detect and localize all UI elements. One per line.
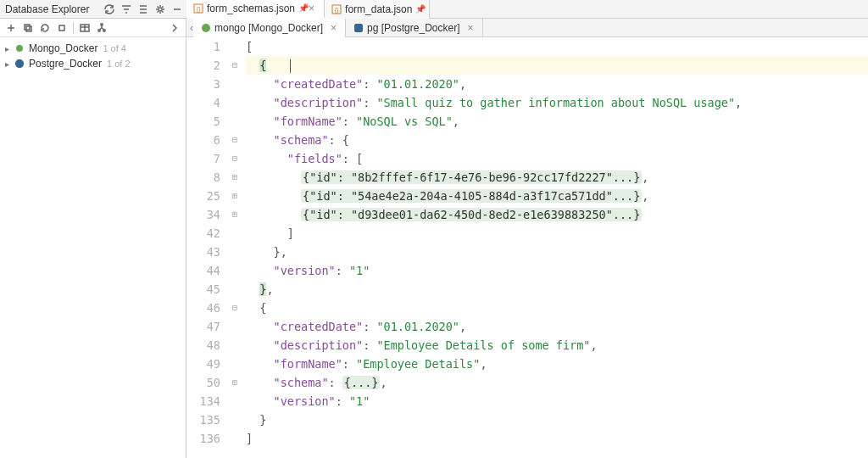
line-number: 43 <box>186 243 220 261</box>
json-file-icon: {} <box>331 4 342 14</box>
line-number: 8 <box>186 168 220 187</box>
line-number: 2 <box>186 56 220 75</box>
add-icon[interactable] <box>5 22 17 34</box>
code-line[interactable]: ] <box>246 224 868 243</box>
code-line[interactable]: { <box>246 299 868 317</box>
line-number: 50 <box>186 373 220 392</box>
code-line[interactable]: }, <box>246 243 868 261</box>
file-tab[interactable]: {}form_data.json📌 <box>325 0 430 19</box>
file-tab-bar: {}form_schemas.json📌×{}form_data.json📌 <box>186 0 430 19</box>
line-number: 44 <box>186 261 220 280</box>
db-tree-node[interactable]: ▸Postgre_Docker1 of 2 <box>0 56 186 71</box>
code-line[interactable]: {"id": "d93dee01-da62-450d-8ed2-e1e63988… <box>246 205 868 224</box>
fold-none <box>229 112 241 131</box>
fold-none <box>229 392 241 411</box>
separator <box>73 22 74 34</box>
code-line[interactable]: "description": "Employee Details of some… <box>246 336 868 355</box>
editor-pane: ‹ mongo [Mongo_Docker]×pg [Postgre_Docke… <box>186 19 868 458</box>
code-line[interactable]: ] <box>246 429 868 448</box>
database-explorer-panel: ▸Mongo_Docker1 of 4▸Postgre_Docker1 of 2 <box>0 19 186 458</box>
file-tab[interactable]: {}form_schemas.json📌× <box>186 0 325 19</box>
code-line[interactable]: } <box>246 411 868 429</box>
line-number: 6 <box>186 131 220 149</box>
code-line[interactable]: "version": "1" <box>246 261 868 280</box>
line-number: 42 <box>186 224 220 243</box>
fold-none <box>229 37 241 56</box>
code-body[interactable]: [ { "createdDate": "01.01.2020", "descri… <box>241 37 868 458</box>
fold-collapse-icon[interactable]: ⊟ <box>229 131 241 149</box>
line-number: 5 <box>186 112 220 131</box>
fold-none <box>229 243 241 261</box>
code-line[interactable]: "fields": [ <box>246 149 868 168</box>
copy-icon[interactable] <box>22 22 34 34</box>
svg-text:{}: {} <box>197 6 201 13</box>
fold-none <box>229 93 241 112</box>
tree-twisty-icon[interactable]: ▸ <box>5 59 14 69</box>
tree-node-label: Mongo_Docker <box>29 42 97 54</box>
tree-twisty-icon[interactable]: ▸ <box>5 44 14 53</box>
code-line[interactable]: "createdDate": "01.01.2020", <box>246 75 868 93</box>
code-line[interactable]: }, <box>246 280 868 299</box>
fold-gutter[interactable]: ⊟⊟⊟⊞⊞⊞⊟⊞ <box>229 37 241 458</box>
code-line[interactable]: "createdDate": "01.01.2020", <box>246 317 868 336</box>
line-number-gutter: 123456782534424344454647484950134135136 <box>186 37 229 458</box>
gear-icon[interactable] <box>154 3 166 15</box>
fold-expand-icon[interactable]: ⊞ <box>229 373 241 392</box>
text-cursor <box>290 59 291 73</box>
stop-icon[interactable] <box>56 22 68 34</box>
sync-icon[interactable] <box>103 3 115 15</box>
svg-point-9 <box>101 23 103 25</box>
code-line[interactable]: {"id": "8b2fffef-6f17-4e76-be96-92cc17fd… <box>246 168 868 187</box>
svg-rect-7 <box>59 25 64 31</box>
close-icon[interactable]: × <box>309 3 317 14</box>
expand-icon[interactable] <box>169 22 181 34</box>
code-line[interactable]: "description": "Small quiz to gather inf… <box>246 93 868 112</box>
line-number: 49 <box>186 355 220 373</box>
line-number: 135 <box>186 411 220 429</box>
fold-expand-icon[interactable]: ⊞ <box>229 168 241 187</box>
svg-rect-5 <box>25 25 30 30</box>
line-number: 48 <box>186 336 220 355</box>
code-line[interactable]: "version": "1" <box>246 392 868 411</box>
code-line[interactable]: "formName": "Employee Details", <box>246 355 868 373</box>
fold-collapse-icon[interactable]: ⊟ <box>229 149 241 168</box>
top-bar: Database Explorer {}form_schemas.json📌×{… <box>0 0 868 19</box>
svg-point-0 <box>159 8 162 11</box>
hierarchy-icon[interactable] <box>96 22 108 34</box>
svg-point-12 <box>16 45 23 52</box>
refresh-icon[interactable] <box>39 22 51 34</box>
code-line[interactable]: "formName": "NoSQL vs SQL", <box>246 112 868 131</box>
svg-text:{}: {} <box>335 7 339 14</box>
db-connection-tab[interactable]: mongo [Mongo_Docker]× <box>193 19 346 37</box>
table-icon[interactable] <box>79 22 91 34</box>
code-line[interactable]: "schema": {...}, <box>246 373 868 392</box>
code-line[interactable]: {"id": "54ae4e2a-204a-4105-884d-a3f17ca5… <box>246 187 868 205</box>
close-icon[interactable]: × <box>331 22 337 34</box>
pin-icon[interactable]: 📌 <box>415 4 422 14</box>
line-number: 45 <box>186 280 220 299</box>
fold-none <box>229 224 241 243</box>
svg-rect-6 <box>26 26 31 31</box>
code-editor[interactable]: 123456782534424344454647484950134135136 … <box>186 37 868 458</box>
fold-collapse-icon[interactable]: ⊟ <box>229 56 241 75</box>
db-explorer-toolbar <box>0 19 186 37</box>
line-number: 46 <box>186 299 220 317</box>
db-explorer-header: Database Explorer <box>0 3 186 15</box>
db-tree: ▸Mongo_Docker1 of 4▸Postgre_Docker1 of 2 <box>0 37 186 75</box>
code-line[interactable]: [ <box>246 37 868 56</box>
close-icon[interactable]: × <box>467 22 473 34</box>
fold-expand-icon[interactable]: ⊞ <box>229 205 241 224</box>
mongo-icon <box>202 24 210 32</box>
fold-expand-icon[interactable]: ⊞ <box>229 187 241 205</box>
db-tab-label: mongo [Mongo_Docker] <box>214 22 323 34</box>
minimize-icon[interactable] <box>171 3 183 15</box>
code-line[interactable]: "schema": { <box>246 131 868 149</box>
db-tab-label: pg [Postgre_Docker] <box>367 22 459 34</box>
code-line[interactable]: { <box>246 56 868 75</box>
pin-icon[interactable]: 📌 <box>298 3 305 13</box>
fold-collapse-icon[interactable]: ⊟ <box>229 299 241 317</box>
collapse-icon[interactable] <box>137 3 149 15</box>
db-connection-tab[interactable]: pg [Postgre_Docker]× <box>346 19 482 37</box>
filter-icon[interactable] <box>120 3 132 15</box>
db-tree-node[interactable]: ▸Mongo_Docker1 of 4 <box>0 41 186 56</box>
